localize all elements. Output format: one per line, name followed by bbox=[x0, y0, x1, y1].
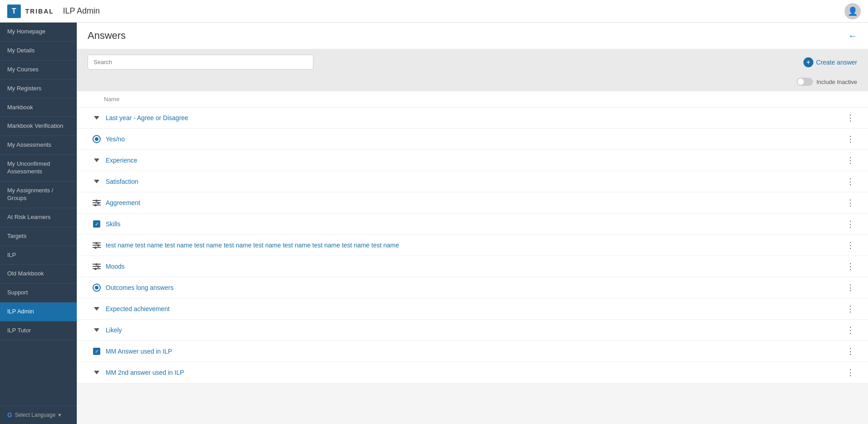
row-menu-button[interactable]: ⋮ bbox=[844, 283, 857, 293]
answer-name-link[interactable]: Yes/no bbox=[106, 135, 844, 143]
sidebar-item-14[interactable]: ILP Admin bbox=[0, 303, 77, 321]
table-row: MM Answer used in ILP⋮ bbox=[77, 341, 868, 362]
sidebar-item-1[interactable]: My Details bbox=[0, 42, 77, 61]
back-button[interactable]: ← bbox=[848, 31, 857, 41]
table-row: MM 2nd answer used in ILP⋮ bbox=[77, 362, 868, 383]
logo-text: TRIBAL bbox=[25, 8, 54, 15]
radio-icon bbox=[88, 135, 106, 143]
checkbox-icon bbox=[88, 220, 106, 228]
google-icon: G bbox=[7, 411, 12, 419]
sidebar-item-12[interactable]: Old Markbook bbox=[0, 265, 77, 284]
answer-name-link[interactable]: Moods bbox=[106, 263, 844, 270]
row-menu-button[interactable]: ⋮ bbox=[844, 304, 857, 314]
column-name-header: Name bbox=[104, 96, 120, 103]
page-title: Answers bbox=[88, 30, 126, 42]
row-menu-button[interactable]: ⋮ bbox=[844, 177, 857, 186]
include-inactive-label: Include Inactive bbox=[817, 79, 857, 85]
answers-table: Name Last year - Agree or Disagree⋮Yes/n… bbox=[77, 91, 868, 383]
user-avatar[interactable]: 👤 bbox=[845, 3, 861, 19]
row-menu-button[interactable]: ⋮ bbox=[844, 240, 857, 250]
plus-icon: + bbox=[803, 57, 813, 67]
select-language-label[interactable]: Select Language bbox=[15, 412, 56, 418]
sliders-icon bbox=[88, 200, 106, 205]
toggle-area: Include Inactive bbox=[77, 75, 868, 91]
row-menu-button[interactable]: ⋮ bbox=[844, 346, 857, 356]
table-row: Experience⋮ bbox=[77, 150, 868, 171]
table-row: Expected achievement⋮ bbox=[77, 298, 868, 320]
row-menu-button[interactable]: ⋮ bbox=[844, 155, 857, 165]
include-inactive-toggle[interactable] bbox=[797, 78, 813, 86]
sidebar-item-13[interactable]: Support bbox=[0, 284, 77, 303]
table-row: Skills⋮ bbox=[77, 214, 868, 235]
answer-name-link[interactable]: Expected achievement bbox=[106, 305, 844, 312]
app-title: ILP Admin bbox=[63, 6, 100, 16]
radio-icon bbox=[88, 284, 106, 292]
answer-name-link[interactable]: MM 2nd answer used in ILP bbox=[106, 369, 844, 376]
sidebar-item-10[interactable]: Targets bbox=[0, 227, 77, 246]
table-row: Likely⋮ bbox=[77, 320, 868, 341]
sidebar-item-2[interactable]: My Courses bbox=[0, 61, 77, 79]
search-input[interactable] bbox=[88, 55, 313, 70]
answer-name-link[interactable]: Skills bbox=[106, 220, 844, 228]
answer-name-link[interactable]: Last year - Agree or Disagree bbox=[106, 114, 844, 121]
sidebar-item-7[interactable]: My Unconfirmed Assessments bbox=[0, 155, 77, 182]
sidebar: My HomepageMy DetailsMy CoursesMy Regist… bbox=[0, 23, 77, 424]
table-row: Moods⋮ bbox=[77, 256, 868, 277]
checkbox-icon bbox=[88, 348, 106, 355]
dropdown-icon bbox=[88, 328, 106, 332]
answer-name-link[interactable]: Satisfaction bbox=[106, 178, 844, 185]
dropdown-icon bbox=[88, 158, 106, 162]
dropdown-icon bbox=[88, 371, 106, 374]
dropdown-icon bbox=[88, 307, 106, 311]
sidebar-item-11[interactable]: ILP bbox=[0, 246, 77, 265]
row-menu-button[interactable]: ⋮ bbox=[844, 113, 857, 123]
create-answer-label: Create answer bbox=[816, 59, 857, 66]
table-row: Yes/no⋮ bbox=[77, 129, 868, 150]
language-dropdown-arrow[interactable]: ▾ bbox=[58, 412, 61, 418]
page-header: Answers ← bbox=[77, 23, 868, 49]
dropdown-icon bbox=[88, 116, 106, 120]
sidebar-item-0[interactable]: My Homepage bbox=[0, 23, 77, 42]
table-row: test name test name test name test name … bbox=[77, 235, 868, 256]
sidebar-item-4[interactable]: Markbook bbox=[0, 98, 77, 117]
sidebar-item-3[interactable]: My Registers bbox=[0, 79, 77, 98]
row-menu-button[interactable]: ⋮ bbox=[844, 368, 857, 377]
table-row: Aggreement⋮ bbox=[77, 192, 868, 214]
sidebar-footer: G Select Language ▾ bbox=[0, 405, 77, 424]
table-row: Satisfaction⋮ bbox=[77, 171, 868, 192]
answer-name-link[interactable]: Outcomes long answers bbox=[106, 284, 844, 291]
row-menu-button[interactable]: ⋮ bbox=[844, 198, 857, 208]
answer-name-link[interactable]: MM Answer used in ILP bbox=[106, 348, 844, 355]
sliders-icon bbox=[88, 242, 106, 248]
sidebar-item-5[interactable]: Markbook Verification bbox=[0, 117, 77, 136]
logo-area: T TRIBAL bbox=[7, 5, 54, 18]
sidebar-item-6[interactable]: My Assessments bbox=[0, 136, 77, 155]
main-content: Answers ← + Create answer Include Inacti… bbox=[77, 23, 868, 424]
row-menu-button[interactable]: ⋮ bbox=[844, 261, 857, 271]
sidebar-item-9[interactable]: At Risk Learners bbox=[0, 208, 77, 227]
answer-name-link[interactable]: Likely bbox=[106, 326, 844, 334]
table-header: Name bbox=[77, 91, 868, 107]
answer-name-link[interactable]: Experience bbox=[106, 157, 844, 164]
table-row: Outcomes long answers⋮ bbox=[77, 277, 868, 298]
answer-name-link[interactable]: test name test name test name test name … bbox=[106, 242, 844, 249]
sidebar-item-15[interactable]: ILP Tutor bbox=[0, 321, 77, 340]
create-answer-button[interactable]: + Create answer bbox=[803, 57, 857, 67]
row-menu-button[interactable]: ⋮ bbox=[844, 325, 857, 335]
sliders-icon bbox=[88, 264, 106, 269]
layout: My HomepageMy DetailsMy CoursesMy Regist… bbox=[0, 23, 868, 424]
table-row: Last year - Agree or Disagree⋮ bbox=[77, 107, 868, 129]
sidebar-item-8[interactable]: My Assignments / Groups bbox=[0, 182, 77, 208]
answer-name-link[interactable]: Aggreement bbox=[106, 199, 844, 206]
toolbar: + Create answer bbox=[77, 49, 868, 75]
row-menu-button[interactable]: ⋮ bbox=[844, 219, 857, 229]
dropdown-icon bbox=[88, 180, 106, 183]
tribal-logo: T bbox=[7, 5, 21, 18]
row-menu-button[interactable]: ⋮ bbox=[844, 134, 857, 144]
top-header: T TRIBAL ILP Admin 👤 bbox=[0, 0, 868, 23]
